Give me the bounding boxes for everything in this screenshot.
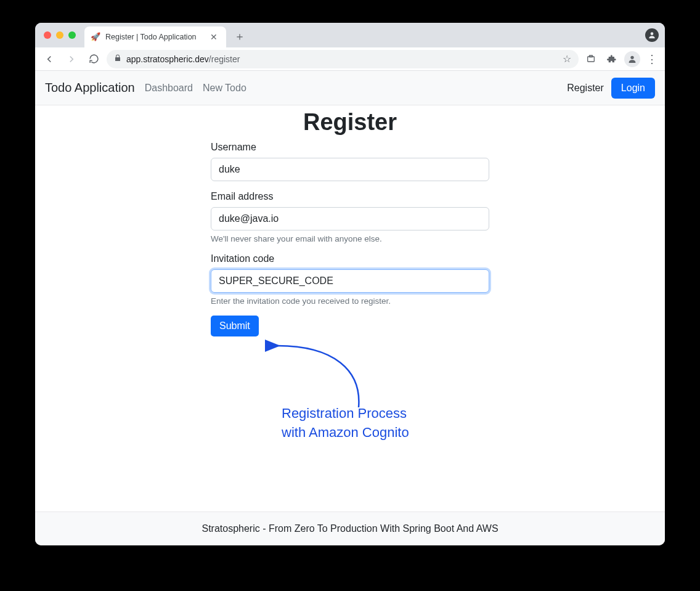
back-button[interactable] bbox=[40, 50, 59, 68]
annotation-text: Registration Process with Amazon Cognito bbox=[282, 404, 409, 442]
window-maximize-button[interactable] bbox=[68, 31, 76, 39]
svg-point-3 bbox=[630, 55, 633, 59]
email-group: Email address We'll never share your ema… bbox=[211, 191, 489, 243]
username-group: Username bbox=[211, 142, 489, 181]
url-path: /register bbox=[209, 54, 240, 64]
svg-point-0 bbox=[651, 32, 654, 35]
invitation-label: Invitation code bbox=[211, 253, 489, 264]
url-text: app.stratospheric.dev/register bbox=[126, 54, 240, 64]
brand[interactable]: Todo Application bbox=[45, 81, 135, 95]
reload-button[interactable] bbox=[84, 50, 103, 68]
extension-icon[interactable] bbox=[582, 51, 600, 68]
email-label: Email address bbox=[211, 191, 489, 202]
footer: Stratospheric - From Zero To Production … bbox=[35, 512, 665, 545]
annotation-line2: with Amazon Cognito bbox=[282, 425, 409, 440]
browser-window: 🚀 Register | Todo Application ✕ ＋ app.st… bbox=[35, 23, 665, 545]
page-title: Register bbox=[35, 109, 665, 136]
tab-close-icon[interactable]: ✕ bbox=[208, 32, 220, 42]
extensions-puzzle-icon[interactable] bbox=[603, 51, 621, 68]
nav-register-link[interactable]: Register bbox=[567, 83, 604, 94]
app-navbar: Todo Application Dashboard New Todo Regi… bbox=[35, 71, 665, 105]
login-button[interactable]: Login bbox=[611, 78, 655, 99]
address-bar[interactable]: app.stratospheric.dev/register ☆ bbox=[107, 50, 579, 68]
page: Todo Application Dashboard New Todo Regi… bbox=[35, 71, 665, 545]
url-host: app.stratospheric.dev bbox=[126, 54, 209, 64]
submit-button[interactable]: Submit bbox=[211, 316, 259, 336]
browser-toolbar: app.stratospheric.dev/register ☆ ⋮ bbox=[35, 47, 665, 71]
window-minimize-button[interactable] bbox=[56, 31, 63, 39]
profile-indicator-icon[interactable] bbox=[645, 28, 659, 42]
title-bar: 🚀 Register | Todo Application ✕ ＋ bbox=[35, 23, 665, 47]
email-input[interactable] bbox=[211, 207, 489, 230]
profile-avatar-icon[interactable] bbox=[624, 51, 640, 67]
favicon-icon: 🚀 bbox=[91, 32, 100, 42]
nav-link-new-todo[interactable]: New Todo bbox=[203, 83, 246, 94]
window-close-button[interactable] bbox=[44, 31, 51, 39]
register-form: Username Email address We'll never share… bbox=[211, 142, 489, 336]
browser-menu-button[interactable]: ⋮ bbox=[644, 52, 660, 66]
invitation-group: Invitation code Enter the invitation cod… bbox=[211, 253, 489, 306]
new-tab-button[interactable]: ＋ bbox=[231, 28, 248, 45]
nav-link-dashboard[interactable]: Dashboard bbox=[145, 83, 193, 94]
invitation-input[interactable] bbox=[211, 269, 489, 293]
window-controls bbox=[44, 31, 76, 39]
footer-text: Stratospheric - From Zero To Production … bbox=[201, 523, 498, 534]
svg-rect-2 bbox=[589, 55, 592, 57]
bookmark-star-icon[interactable]: ☆ bbox=[563, 53, 571, 65]
main-content: Register Username Email address We'll ne… bbox=[35, 105, 665, 512]
email-help-text: We'll never share your email with anyone… bbox=[211, 234, 489, 243]
annotation-line1: Registration Process bbox=[282, 406, 407, 421]
browser-tab[interactable]: 🚀 Register | Todo Application ✕ bbox=[84, 26, 226, 47]
lock-icon bbox=[114, 54, 121, 63]
tab-title: Register | Todo Application bbox=[105, 33, 203, 41]
username-input[interactable] bbox=[211, 158, 489, 181]
forward-button[interactable] bbox=[62, 50, 81, 68]
invitation-help-text: Enter the invitation code you received t… bbox=[211, 296, 489, 306]
username-label: Username bbox=[211, 142, 489, 153]
